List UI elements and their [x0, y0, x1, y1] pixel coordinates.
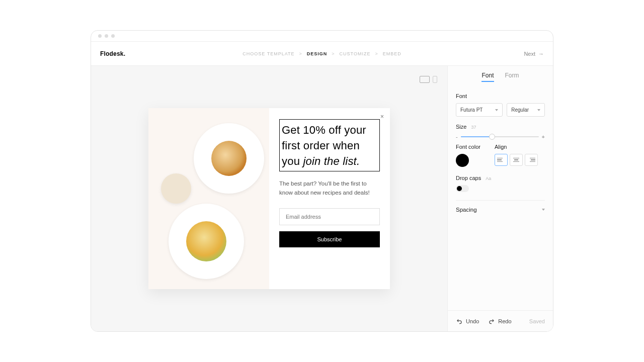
- app-logo: Flodesk.: [100, 50, 125, 57]
- align-label: Align: [495, 144, 538, 150]
- desktop-preview-icon[interactable]: [420, 76, 430, 83]
- font-panel: Font Futura PT Regular Size 37: [448, 87, 553, 213]
- size-slider[interactable]: [461, 136, 539, 137]
- tab-form[interactable]: Form: [505, 72, 519, 82]
- sidebar-tabs: Font Form: [448, 66, 553, 87]
- breadcrumb-step[interactable]: DESIGN: [307, 51, 328, 56]
- plate-illustration: [161, 173, 191, 204]
- dropcaps-group: Drop caps Aa: [456, 175, 545, 192]
- window-dot: [111, 34, 115, 38]
- chevron-down-icon: [542, 209, 545, 211]
- dropcaps-hint: Aa: [486, 176, 491, 181]
- align-right-button[interactable]: [525, 154, 538, 166]
- breadcrumb-sep: >: [299, 51, 302, 56]
- breadcrumb: CHOOSE TEMPLATE > DESIGN > CUSTOMIZE > E…: [243, 51, 401, 56]
- align-group-wrapper: Align: [495, 144, 538, 167]
- form-image: [148, 108, 269, 289]
- body-text[interactable]: The best part? You'll be the first to kn…: [279, 179, 380, 197]
- size-label-text: Size: [456, 124, 466, 130]
- size-value: 37: [471, 125, 476, 130]
- divider: [456, 200, 545, 201]
- breadcrumb-step[interactable]: EMBED: [383, 51, 401, 56]
- breadcrumb-step[interactable]: CHOOSE TEMPLATE: [243, 51, 294, 56]
- headline-text[interactable]: Get 10% off your first order when you jo…: [279, 119, 380, 171]
- spacing-row[interactable]: Spacing: [456, 207, 545, 213]
- undo-label: Undo: [466, 318, 479, 324]
- sidebar: Font Form Font Futura PT Regular Size: [447, 66, 553, 331]
- form-preview: × Get 10% off your first order when you …: [148, 108, 390, 289]
- slider-fill: [461, 136, 492, 137]
- window-dot: [105, 34, 108, 38]
- window-dot: [98, 34, 102, 38]
- chevron-down-icon: [537, 109, 540, 111]
- arrow-right-icon: →: [538, 51, 544, 57]
- slider-plus[interactable]: +: [542, 134, 545, 140]
- redo-label: Redo: [498, 318, 511, 324]
- align-group: [495, 154, 538, 166]
- align-center-button[interactable]: [510, 154, 523, 166]
- topbar: Flodesk. CHOOSE TEMPLATE > DESIGN > CUST…: [91, 42, 553, 66]
- plate-illustration: [194, 123, 264, 194]
- tab-font[interactable]: Font: [481, 72, 494, 82]
- font-color-label: Font color: [456, 144, 480, 150]
- dropcaps-toggle[interactable]: [456, 185, 469, 192]
- sidebar-footer: Undo Redo Saved: [448, 310, 553, 331]
- workspace: × Get 10% off your first order when you …: [91, 66, 553, 331]
- size-label: Size 37: [456, 124, 545, 130]
- chevron-down-icon: [495, 109, 498, 111]
- font-color-group: Font color: [456, 144, 480, 167]
- size-slider-row: - +: [456, 134, 545, 140]
- next-button[interactable]: Next →: [524, 51, 544, 57]
- redo-icon: [488, 318, 495, 325]
- font-label: Font: [456, 93, 545, 99]
- browser-chrome: [91, 31, 553, 42]
- breadcrumb-step[interactable]: CUSTOMIZE: [340, 51, 371, 56]
- spacing-label: Spacing: [456, 207, 477, 213]
- redo-button[interactable]: Redo: [488, 318, 511, 325]
- mobile-preview-icon[interactable]: [433, 76, 437, 83]
- dropcaps-label-text: Drop caps: [456, 175, 481, 181]
- undo-button[interactable]: Undo: [456, 318, 479, 325]
- font-color-swatch[interactable]: [456, 154, 469, 167]
- form-content: × Get 10% off your first order when you …: [269, 108, 390, 289]
- device-toggle: [420, 76, 437, 83]
- font-weight-value: Regular: [511, 107, 529, 113]
- browser-frame: Flodesk. CHOOSE TEMPLATE > DESIGN > CUST…: [91, 30, 553, 332]
- font-weight-select[interactable]: Regular: [507, 103, 545, 117]
- breadcrumb-sep: >: [332, 51, 335, 56]
- headline-italic: join the list.: [303, 155, 360, 167]
- subscribe-button[interactable]: Subscribe: [279, 231, 380, 247]
- close-icon[interactable]: ×: [380, 113, 384, 120]
- slider-minus[interactable]: -: [456, 134, 458, 140]
- font-family-value: Futura PT: [460, 107, 482, 113]
- saved-status: Saved: [529, 318, 545, 324]
- font-family-select[interactable]: Futura PT: [456, 103, 503, 117]
- align-left-button[interactable]: [495, 154, 508, 166]
- email-field[interactable]: [279, 208, 380, 225]
- canvas-area: × Get 10% off your first order when you …: [91, 66, 447, 331]
- plate-illustration: [169, 204, 244, 279]
- slider-thumb[interactable]: [489, 134, 495, 140]
- breadcrumb-sep: >: [375, 51, 378, 56]
- next-label: Next: [524, 51, 535, 57]
- dropcaps-label: Drop caps Aa: [456, 175, 545, 181]
- undo-icon: [456, 318, 463, 325]
